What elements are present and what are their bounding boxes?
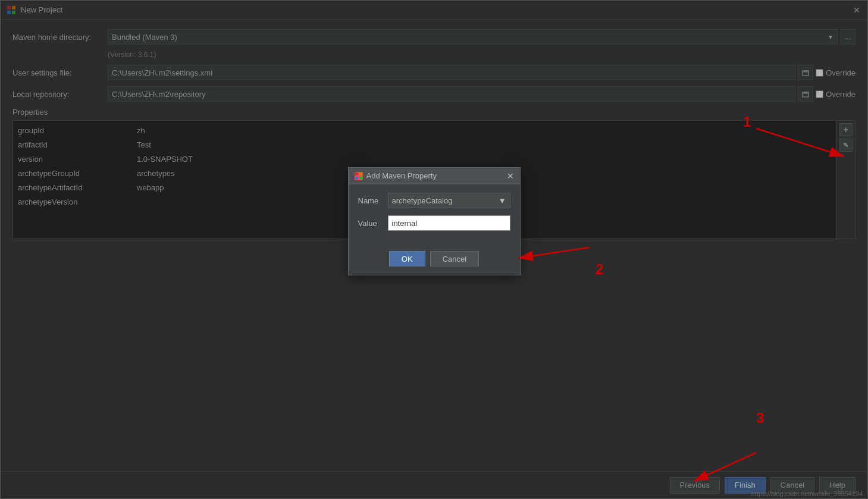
modal-name-label: Name	[358, 196, 388, 205]
add-maven-property-dialog: Add Maven Property ✕ Name archetypeCatal…	[348, 167, 521, 275]
modal-value-label: Value	[358, 219, 388, 228]
modal-name-row: Name archetypeCatalog ▼	[358, 193, 510, 208]
modal-ok-button[interactable]: OK	[389, 251, 425, 266]
modal-body: Name archetypeCatalog ▼ Value	[349, 184, 520, 246]
modal-value-input[interactable]	[388, 215, 510, 231]
modal-name-select[interactable]: archetypeCatalog ▼	[388, 193, 510, 208]
modal-title-bar: Add Maven Property ✕	[349, 168, 520, 184]
modal-cancel-button[interactable]: Cancel	[430, 251, 479, 266]
modal-name-chevron-icon: ▼	[499, 196, 506, 205]
svg-rect-6	[355, 172, 358, 175]
modal-close-button[interactable]: ✕	[507, 171, 514, 181]
svg-rect-9	[359, 177, 362, 180]
modal-overlay: Add Maven Property ✕ Name archetypeCatal…	[1, 1, 867, 498]
modal-footer: OK Cancel	[349, 246, 520, 275]
modal-title-icon	[355, 172, 363, 180]
svg-rect-8	[355, 177, 358, 180]
modal-title-text: Add Maven Property	[366, 171, 507, 180]
main-window: New Project ✕ Maven home directory: Bund…	[0, 0, 868, 499]
svg-rect-7	[359, 172, 362, 175]
modal-value-row: Value	[358, 215, 510, 231]
